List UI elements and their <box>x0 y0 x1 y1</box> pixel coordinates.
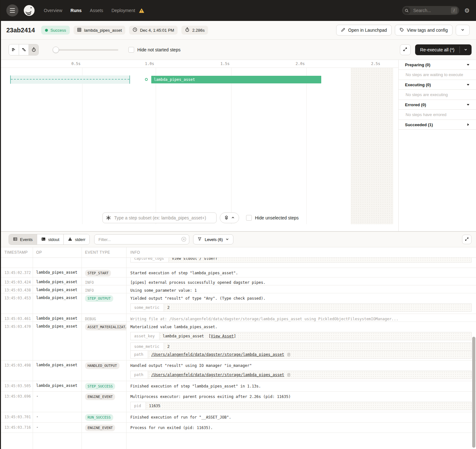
view-mode-waterfall-icon[interactable] <box>19 44 29 55</box>
log-row[interactable]: 13:45:02.372lambda_pipes_assetSTEP_START… <box>0 268 476 277</box>
status-label: Success <box>50 28 66 33</box>
gantt-panel: 0.5s1.0s1.5s2.0s2.5s lambda_pipes_asset … <box>0 60 476 232</box>
gantt-step-bar[interactable]: lambda_pipes_asset <box>151 76 321 83</box>
nav-item-overview[interactable]: Overview <box>44 8 62 13</box>
search-icon <box>403 7 410 14</box>
event-type-badge: ENGINE_EVENT <box>85 425 115 431</box>
log-timestamp: 13:45:03.701 <box>0 412 33 422</box>
log-scrollbar[interactable] <box>472 337 475 448</box>
log-message: Process for run exited (pid: 11635). <box>130 425 472 431</box>
event-type-badge: RUN_SUCCESS <box>85 414 113 421</box>
metadata-value: lambda_pipes_asset [View Asset] <box>160 332 471 340</box>
tab-stdout[interactable]: stdout <box>37 234 63 244</box>
log-op: lambda_pipes_asset <box>33 381 82 391</box>
metadata-link[interactable]: View Asset <box>211 334 234 338</box>
run-id: 23ab2414 <box>6 27 35 34</box>
log-expand-button[interactable] <box>462 235 472 244</box>
log-row[interactable]: 13:45:03.498lambda_pipes_assetHANDLED_OU… <box>0 361 476 381</box>
metadata-value: 2 <box>164 343 471 350</box>
log-row[interactable]: captured_logsView stdout / stderr <box>0 258 476 268</box>
expand-icon <box>403 47 408 53</box>
sidebar-section-header[interactable]: Preparing (0) <box>399 60 476 70</box>
gantt-chart: 0.5s1.0s1.5s2.0s2.5s lambda_pipes_asset … <box>0 60 398 231</box>
axis-tick-label: 1.5s <box>220 62 231 66</box>
hide-not-started-checkbox-row[interactable]: Hide not started steps <box>128 47 180 53</box>
sidebar-empty-message: No steps have errored <box>399 110 476 120</box>
hide-unselected-checkbox-row[interactable]: Hide unselected steps <box>246 215 299 221</box>
dagster-logo-icon[interactable] <box>22 3 36 17</box>
hide-unselected-checkbox[interactable] <box>246 215 252 221</box>
axis-tick-label: 0.5s <box>71 62 82 66</box>
nav-item-assets[interactable]: Assets <box>90 8 103 13</box>
run-tag[interactable]: lambda_pipes_asset <box>74 26 125 35</box>
search-input[interactable]: Search... / <box>402 6 459 15</box>
log-op: lambda_pipes_asset <box>33 322 82 360</box>
nav-item-runs[interactable]: Runs <box>70 8 82 13</box>
log-timestamp: 13:45:03.505 <box>0 381 33 391</box>
log-filter-input[interactable] <box>94 234 189 244</box>
hide-not-started-checkbox[interactable] <box>128 47 134 53</box>
log-row[interactable]: 13:45:03.470lambda_pipes_assetASSET_MATE… <box>0 322 476 361</box>
run-tag[interactable]: 2.286s <box>181 26 208 35</box>
log-message: Finished execution of step "lambda_pipes… <box>130 383 472 389</box>
log-op: - <box>33 412 82 422</box>
slider-handle[interactable] <box>53 47 59 53</box>
reexecute-caret-icon[interactable] <box>460 44 472 55</box>
run-tag[interactable]: Dec 4, 1:45:01 PM <box>129 26 178 35</box>
nav-item-deployment[interactable]: Deployment <box>111 8 135 13</box>
gear-icon[interactable]: ⚙ <box>464 8 470 14</box>
grid-icon <box>77 28 82 33</box>
run-tags: lambda_pipes_assetDec 4, 1:45:01 PM2.286… <box>74 26 208 35</box>
metadata-link[interactable]: /Users/alangenfeld/data/dagster/storage/… <box>151 373 284 377</box>
caret-right-icon <box>466 122 470 127</box>
log-message: Materialized value lambda_pipes_asset. <box>130 324 472 330</box>
view-tags-config-button[interactable]: View tags and config <box>395 25 453 36</box>
reexecute-all-button[interactable]: Re-execute all (*) <box>415 44 472 55</box>
step-subset-input[interactable] <box>102 212 217 223</box>
sidebar-section-header[interactable]: Executing (0) <box>399 80 476 90</box>
event-type-badge: INFO <box>85 280 94 285</box>
log-row[interactable]: 13:45:03.438lambda_pipes_assetINFOUsing … <box>0 285 476 293</box>
log-table-header: TIMESTAMPOPEVENT TYPEINFO <box>0 247 476 258</box>
copy-icon[interactable] <box>287 353 291 357</box>
view-mode-timing-icon[interactable] <box>29 44 38 55</box>
log-row[interactable]: 13:45:03.461lambda_pipes_assetDEBUGWriti… <box>0 314 476 322</box>
log-row[interactable]: 13:45:03.424lambda_pipes_assetINFO[pipes… <box>0 277 476 285</box>
log-row[interactable]: 13:45:03.505lambda_pipes_assetSTEP_SUCCE… <box>0 381 476 392</box>
tab-events[interactable]: Events <box>9 234 37 244</box>
log-row[interactable]: 13:45:03.696-ENGINE_EVENTMultiprocess ex… <box>0 392 476 412</box>
log-timestamp: 13:45:03.453 <box>0 293 33 314</box>
tag-icon <box>400 28 404 33</box>
sidebar-section-header[interactable]: Errored (0) <box>399 100 476 110</box>
tab-stderr[interactable]: stderr <box>63 234 89 244</box>
column-header: EVENT TYPE <box>82 247 127 257</box>
log-row[interactable]: 13:45:03.716-ENGINE_EVENTProcess for run… <box>0 423 476 433</box>
log-message: Yielded output "result" of type "Any". (… <box>130 296 472 301</box>
log-message: [pipes] external process successfully op… <box>130 280 472 285</box>
metadata-value: 2 <box>164 304 471 311</box>
levels-filter-button[interactable]: Levels (6) <box>193 234 233 244</box>
log-tabs: Eventsstdoutstderr <box>9 234 90 245</box>
view-mode-flat-icon[interactable] <box>9 44 19 55</box>
metadata-key: path <box>131 371 148 379</box>
gantt-expand-button[interactable] <box>400 44 411 55</box>
log-message: Started execution of step "lambda_pipes_… <box>130 270 472 276</box>
zoom-slider[interactable] <box>53 46 118 53</box>
gridline <box>231 68 231 224</box>
chevron-down-icon <box>461 28 465 33</box>
log-row[interactable]: 13:45:03.453lambda_pipes_assetSTEP_OUTPU… <box>0 293 476 314</box>
gridline <box>156 68 156 224</box>
clear-filter-icon[interactable] <box>181 237 186 243</box>
metadata-link[interactable]: View stdout / stderr <box>172 258 218 261</box>
step-layers-button[interactable] <box>220 212 239 223</box>
log-timestamp: 13:45:03.461 <box>0 314 33 322</box>
copy-icon[interactable] <box>287 373 291 377</box>
sidebar-section-header[interactable]: Succeeded (1) <box>399 120 476 130</box>
metadata-link[interactable]: /Users/alangenfeld/data/dagster/storage/… <box>151 352 284 357</box>
log-timestamp: 13:45:03.424 <box>0 277 33 285</box>
column-header: INFO <box>127 247 476 257</box>
log-row[interactable]: 13:45:03.701-RUN_SUCCESSFinished executi… <box>0 412 476 423</box>
open-in-launchpad-button[interactable]: Open in Launchpad <box>336 25 392 36</box>
menu-icon[interactable] <box>6 4 18 16</box>
run-more-actions-button[interactable] <box>456 25 470 36</box>
